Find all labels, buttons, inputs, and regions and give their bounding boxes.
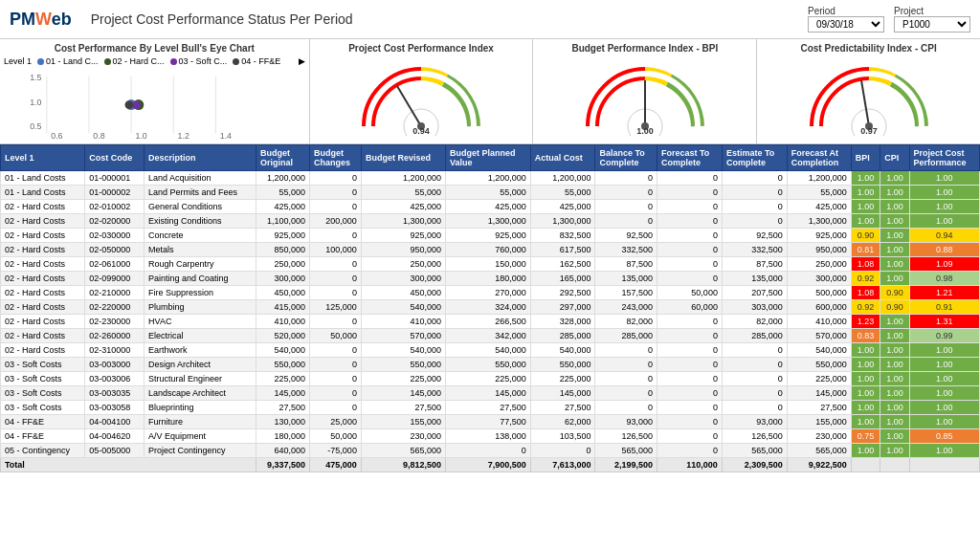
cell-btc: 0	[595, 372, 657, 386]
svg-text:0.5: 0.5	[30, 121, 41, 131]
cell-level: 02 - Hard Costs	[1, 214, 85, 229]
cell-bpi: 1.00	[851, 200, 880, 214]
cell-bc: 0	[310, 229, 362, 243]
cell-bo: 130,000	[256, 415, 309, 429]
cell-ac: 0	[530, 444, 595, 458]
cell-level: 02 - Hard Costs	[1, 300, 85, 315]
cell-bo: 225,000	[256, 372, 309, 386]
cell-cpi: 1.00	[880, 372, 909, 386]
total-fac: 9,922,500	[787, 458, 851, 472]
cell-etc: 82,000	[722, 315, 787, 329]
cell-fac: 155,000	[787, 415, 851, 429]
legend-item-3: 03 - Soft C...	[170, 56, 228, 66]
cell-ftc: 0	[657, 372, 722, 386]
cell-bpv: 1,300,000	[446, 214, 531, 229]
period-control: Period 09/30/18	[808, 6, 884, 33]
cell-desc: Metals	[145, 243, 256, 257]
cell-bpv: 270,000	[446, 286, 531, 300]
cell-bc: 0	[310, 200, 362, 214]
cell-fac: 925,000	[787, 229, 851, 243]
cell-ac: 550,000	[530, 358, 595, 372]
cell-bo: 540,000	[256, 343, 309, 358]
table-row: 02 - Hard Costs02-220000Plumbing415,0001…	[1, 300, 980, 315]
cell-ftc: 0	[657, 329, 722, 343]
cell-pcp: 1.00	[909, 171, 979, 186]
project-cost-gauge: Project Cost Performance Index 0.94	[310, 39, 534, 143]
cell-bpi: 0.81	[851, 243, 880, 257]
charts-row: Cost Performance By Level Bull's Eye Cha…	[0, 39, 980, 144]
cell-code: 02-210000	[85, 286, 145, 300]
cell-level: 03 - Soft Costs	[1, 401, 85, 415]
cell-bpv: 1,200,000	[446, 171, 531, 186]
cell-br: 565,000	[361, 444, 445, 458]
bpi-gauge: Budget Performance Index - BPI 1.00	[533, 39, 757, 143]
cell-ac: 425,000	[530, 200, 595, 214]
cell-ac: 1,300,000	[530, 214, 595, 229]
cell-br: 1,300,000	[361, 214, 445, 229]
cell-ftc: 60,000	[657, 300, 722, 315]
cell-level: 02 - Hard Costs	[1, 343, 85, 358]
cell-ftc: 50,000	[657, 286, 722, 300]
cell-desc: Concrete	[145, 229, 256, 243]
cell-cpi: 1.00	[880, 429, 909, 444]
svg-text:0.6: 0.6	[51, 131, 62, 140]
cell-etc: 0	[722, 200, 787, 214]
cell-bo: 425,000	[256, 200, 309, 214]
cell-bpv: 550,000	[446, 358, 531, 372]
cell-ftc: 0	[657, 171, 722, 186]
svg-text:1.5: 1.5	[30, 73, 41, 82]
cell-br: 540,000	[361, 343, 445, 358]
cell-bc: 0	[310, 372, 362, 386]
cell-ftc: 0	[657, 415, 722, 429]
cell-etc: 93,000	[722, 415, 787, 429]
cell-etc: 303,000	[722, 300, 787, 315]
cell-etc: 0	[722, 401, 787, 415]
cell-bc: 0	[310, 257, 362, 272]
data-table-container: Level 1 Cost Code Description BudgetOrig…	[0, 144, 980, 548]
cell-etc: 565,000	[722, 444, 787, 458]
cell-ac: 617,500	[530, 243, 595, 257]
table-row: 02 - Hard Costs02-230000HVAC410,0000410,…	[1, 315, 980, 329]
cell-cpi: 1.00	[880, 186, 909, 200]
cell-bo: 180,000	[256, 429, 309, 444]
cell-cpi: 1.00	[880, 243, 909, 257]
logo: PMWeb	[10, 10, 72, 30]
project-select[interactable]: P1000	[894, 16, 970, 33]
cell-bo: 145,000	[256, 386, 309, 401]
cell-code: 02-220000	[85, 300, 145, 315]
svg-text:1.0: 1.0	[135, 131, 146, 140]
cell-bpi: 1.00	[851, 214, 880, 229]
cell-etc: 0	[722, 372, 787, 386]
table-row: 02 - Hard Costs02-061000Rough Carpentry2…	[1, 257, 980, 272]
cell-bo: 415,000	[256, 300, 309, 315]
cell-br: 410,000	[361, 315, 445, 329]
cell-ftc: 0	[657, 444, 722, 458]
cell-br: 1,200,000	[361, 171, 445, 186]
period-select[interactable]: 09/30/18	[808, 16, 884, 33]
cell-bpv: 27,500	[446, 401, 531, 415]
total-pcp	[909, 458, 979, 472]
cell-fac: 27,500	[787, 401, 851, 415]
cell-bpi: 1.08	[851, 286, 880, 300]
cell-bpv: 180,000	[446, 272, 531, 286]
project-cost-title: Project Cost Performance Index	[314, 43, 529, 54]
cell-bpv: 55,000	[446, 186, 531, 200]
total-bpi	[851, 458, 880, 472]
cell-bpi: 1.23	[851, 315, 880, 329]
col-level1: Level 1	[1, 145, 85, 171]
cell-bo: 450,000	[256, 286, 309, 300]
cell-code: 03-003058	[85, 401, 145, 415]
cell-cpi: 0.90	[880, 286, 909, 300]
cell-ac: 292,500	[530, 286, 595, 300]
cell-br: 550,000	[361, 358, 445, 372]
cell-br: 540,000	[361, 300, 445, 315]
cell-cpi: 1.00	[880, 415, 909, 429]
cell-btc: 92,500	[595, 229, 657, 243]
cell-br: 925,000	[361, 229, 445, 243]
cpi-title: Cost Predictability Index - CPI	[761, 43, 976, 54]
cell-level: 02 - Hard Costs	[1, 257, 85, 272]
cell-level: 05 - Contingency	[1, 444, 85, 458]
table-row: 01 - Land Costs01-000002Land Permits and…	[1, 186, 980, 200]
cell-cpi: 1.00	[880, 171, 909, 186]
cell-bpi: 0.75	[851, 429, 880, 444]
